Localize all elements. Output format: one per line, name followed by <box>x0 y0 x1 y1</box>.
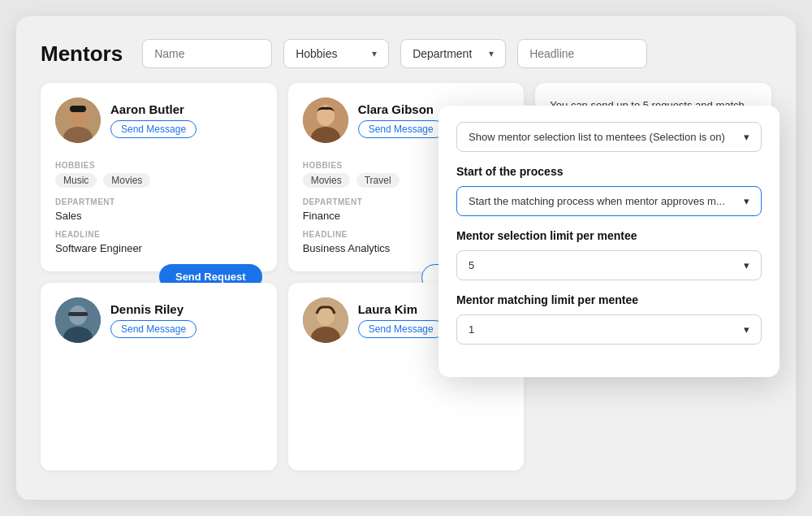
department-value-aaron: Sales <box>55 210 262 222</box>
mentor-name-area-aaron: Aaron Butler Send Message <box>110 102 197 138</box>
mentor-card-dennis: Dennis Riley Send Message <box>41 283 277 471</box>
header-row: Mentors Hobbies ▾ Department ▾ <box>41 39 771 68</box>
hobbies-row-aaron: Music Movies <box>55 173 262 189</box>
matching-limit-value: 1 <box>469 323 474 336</box>
avatar-clara <box>303 98 348 143</box>
mentor-name-area-laura: Laura Kim Send Message <box>358 302 444 338</box>
start-process-dropdown[interactable]: Start the matching process when mentor a… <box>456 186 762 216</box>
svg-rect-8 <box>68 312 88 316</box>
chevron-down-icon: ▾ <box>744 323 749 336</box>
page-title: Mentors <box>41 41 123 67</box>
mentor-name-area-dennis: Dennis Riley Send Message <box>110 302 197 338</box>
send-message-btn-clara[interactable]: Send Message <box>358 120 444 138</box>
tag-movies-clara: Movies <box>303 173 350 188</box>
avatar-aaron <box>55 98 101 143</box>
chevron-down-icon: ▾ <box>744 259 749 271</box>
hobbies-filter-dropdown[interactable]: Hobbies ▾ <box>283 39 389 68</box>
svg-rect-4 <box>70 106 86 112</box>
chevron-down-icon: ▾ <box>489 48 494 59</box>
chevron-down-icon: ▾ <box>744 131 749 143</box>
mentor-top-aaron: Aaron Butler Send Message <box>55 98 262 143</box>
mentor-name-laura: Laura Kim <box>358 302 444 316</box>
avatar-dennis <box>55 297 101 343</box>
matching-limit-dropdown[interactable]: 1 ▾ <box>456 314 762 345</box>
tag-movies: Movies <box>103 173 150 188</box>
name-filter-input[interactable] <box>142 39 272 68</box>
department-label-aaron: DEPARTMENT <box>55 197 262 206</box>
mentor-selection-dropdown-label: Show mentor selection list to mentees (S… <box>469 131 725 143</box>
mentor-card-aaron: Aaron Butler Send Message HOBBIES Music … <box>41 83 277 271</box>
mentor-name-aaron: Aaron Butler <box>110 102 197 116</box>
tag-travel-clara: Travel <box>356 173 400 188</box>
left-mentor-col: Aaron Butler Send Message HOBBIES Music … <box>41 83 277 470</box>
chevron-down-icon: ▾ <box>372 48 377 59</box>
chevron-down-icon: ▾ <box>744 195 749 207</box>
mentor-top-dennis: Dennis Riley Send Message <box>55 297 262 343</box>
start-process-dropdown-label: Start the matching process when mentor a… <box>469 195 725 207</box>
avatar-laura <box>303 297 348 343</box>
main-container: Mentors Hobbies ▾ Department ▾ <box>16 16 796 500</box>
matching-limit-section-title: Mentor matching limit per mentee <box>456 293 762 306</box>
send-message-btn-laura[interactable]: Send Message <box>358 320 444 338</box>
selection-limit-dropdown[interactable]: 5 ▾ <box>456 250 762 280</box>
mentor-name-clara: Clara Gibson <box>358 102 444 116</box>
start-process-section-title: Start of the process <box>456 165 762 178</box>
tag-music: Music <box>55 173 97 188</box>
selection-limit-section-title: Mentor selection limit per mentee <box>456 229 762 242</box>
mentor-name-dennis: Dennis Riley <box>110 302 197 316</box>
hobbies-label-aaron: HOBBIES <box>55 161 262 170</box>
mentor-selection-dropdown[interactable]: Show mentor selection list to mentees (S… <box>456 122 762 152</box>
send-message-btn-dennis[interactable]: Send Message <box>110 320 197 338</box>
settings-overlay-panel: Show mentor selection list to mentees (S… <box>438 106 780 377</box>
send-message-btn-aaron[interactable]: Send Message <box>110 120 197 138</box>
headline-value-aaron: Software Engineer <box>55 242 262 254</box>
headline-filter-input[interactable] <box>517 39 647 68</box>
department-filter-dropdown[interactable]: Department ▾ <box>400 39 506 68</box>
mentor-name-area-clara: Clara Gibson Send Message <box>358 102 444 138</box>
headline-label-aaron: HEADLINE <box>55 230 262 239</box>
selection-limit-value: 5 <box>469 259 474 271</box>
